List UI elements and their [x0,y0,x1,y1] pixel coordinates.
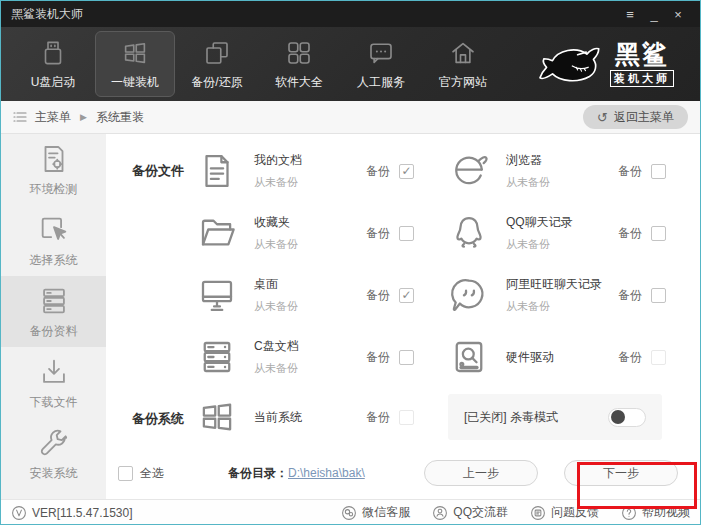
nav-backup-restore[interactable]: 备份/还原 [177,31,257,97]
backup-checkbox[interactable] [399,164,414,179]
nav-software[interactable]: 软件大全 [259,31,339,97]
menu-icon[interactable]: ≡ [618,5,642,23]
section-backup-system: 备份系统 [106,388,196,450]
document-icon [196,150,238,192]
item-subtitle: 从未备份 [506,175,618,190]
backup-label: 备份 [366,287,390,304]
wangwang-bubble-icon [448,274,490,316]
wizard-buttons: 上一步 下一步 [365,460,700,486]
grid-empty-cell [106,264,196,326]
feedback-link[interactable]: 问题反馈 [530,504,599,521]
back-arrow-icon: ↺ [597,110,608,125]
back-to-main-menu-button[interactable]: ↺ 返回主菜单 [583,105,688,129]
onekey-install-icon [119,38,151,68]
breadcrumb: 主菜单 ▶ 系统重装 ↺ 返回主菜单 [1,101,700,134]
nav-label: U盘启动 [31,74,76,91]
feedback-icon [530,505,546,521]
nav-support[interactable]: 人工服务 [341,31,421,97]
antivirus-cell: [已关闭] 杀毒模式 [448,388,700,446]
nav-label: 人工服务 [357,74,405,91]
menu-list-icon [13,111,27,123]
sidebar-item-env-check[interactable]: 环境检测 [1,134,106,205]
backup-item-c-drive-docs: C盘文档从未备份 备份 [196,326,448,388]
windows-logo-icon [196,396,238,438]
footer: VER[11.5.47.1530] 微信客服 QQ交流群 问题反馈 帮助视频 [1,499,700,525]
next-step-button[interactable]: 下一步 [564,460,678,486]
download-icon [36,355,72,389]
backup-checkbox[interactable] [399,350,414,365]
backup-item-current-system: 当前系统 备份 [196,388,448,446]
sidebar-label: 安装系统 [30,465,78,482]
item-subtitle: 从未备份 [506,299,618,314]
backup-directory-label: 备份目录： [228,466,288,480]
item-title: 我的文档 [254,152,366,169]
app-title: 黑鲨装机大师 [11,6,83,23]
c-drive-icon [196,336,238,378]
backup-checkbox[interactable] [399,226,414,241]
backup-checkbox[interactable] [651,350,666,365]
home-icon [447,38,479,68]
backup-checkbox[interactable] [399,288,414,303]
minimize-icon[interactable]: _ [642,5,666,23]
previous-step-button[interactable]: 上一步 [424,460,538,486]
item-subtitle: 从未备份 [254,237,366,252]
breadcrumb-root[interactable]: 主菜单 [35,109,71,126]
body-row: 环境检测 选择系统 备份资料 下载文件 安装系统 备份文 [1,134,700,499]
toggle-knob [611,410,625,424]
backup-label: 备份 [618,163,642,180]
backup-label: 备份 [618,349,642,366]
backup-label: 备份 [618,225,642,242]
backup-label: 备份 [366,163,390,180]
main-panel: 备份文件 我的文档从未备份 备份 浏览器从未备份 备份 收藏夹 [106,134,700,499]
qq-penguin-icon [448,212,490,254]
v-circle-icon [11,505,27,521]
sidebar-item-backup-data[interactable]: 备份资料 [1,276,106,347]
version-text: VER[11.5.47.1530] [32,506,133,520]
item-title: 浏览器 [506,152,618,169]
grid-empty-cell [106,326,196,388]
item-subtitle: 从未备份 [506,237,618,252]
sidebar-label: 选择系统 [30,252,78,269]
breadcrumb-separator-icon: ▶ [80,112,87,122]
backup-checkbox[interactable] [651,226,666,241]
backup-item-desktop: 桌面从未备份 备份 [196,264,448,326]
antivirus-toggle[interactable] [608,408,646,427]
sidebar: 环境检测 选择系统 备份资料 下载文件 安装系统 [1,134,106,499]
select-system-icon [36,213,72,247]
backup-item-hardware-driver: 硬件驱动 备份 [448,326,700,388]
software-icon [283,38,315,68]
qq-group-link[interactable]: QQ交流群 [432,504,508,521]
nav-website[interactable]: 官方网站 [423,31,503,97]
sidebar-item-download-files[interactable]: 下载文件 [1,347,106,418]
version-info: VER[11.5.47.1530] [11,505,133,521]
brand-text: 黑鲨 装机大师 [610,42,674,87]
select-all-checkbox[interactable] [118,466,133,481]
grid-empty-cell [106,202,196,264]
backup-directory-link[interactable]: D:\heisha\bak\ [288,466,365,480]
sidebar-label: 备份资料 [30,323,78,340]
backup-checkbox[interactable] [651,164,666,179]
nav-usb-boot[interactable]: U盘启动 [13,31,93,97]
sidebar-item-select-system[interactable]: 选择系统 [1,205,106,276]
nav-label: 一键装机 [111,74,159,91]
footer-link-label: 微信客服 [362,504,410,521]
backup-directory: 备份目录：D:\heisha\bak\ [228,465,365,482]
backup-label: 备份 [366,409,390,426]
wechat-support-link[interactable]: 微信客服 [341,504,410,521]
nav-onekey-install[interactable]: 一键装机 [95,31,175,97]
backup-checkbox[interactable] [399,410,414,425]
item-subtitle: 从未备份 [254,175,366,190]
help-video-link[interactable]: 帮助视频 [621,504,690,521]
close-icon[interactable]: × [666,5,690,23]
brand-logo: 黑鲨 装机大师 [538,40,674,88]
sidebar-item-install-system[interactable]: 安装系统 [1,418,106,489]
backup-label: 备份 [366,225,390,242]
backup-checkbox[interactable] [651,288,666,303]
item-title: C盘文档 [254,338,366,355]
select-all-label: 全选 [140,465,164,482]
backup-label: 备份 [366,349,390,366]
qq-group-icon [432,505,448,521]
backup-label: 备份 [618,287,642,304]
help-icon [621,505,637,521]
backup-item-my-documents: 我的文档从未备份 备份 [196,140,448,202]
